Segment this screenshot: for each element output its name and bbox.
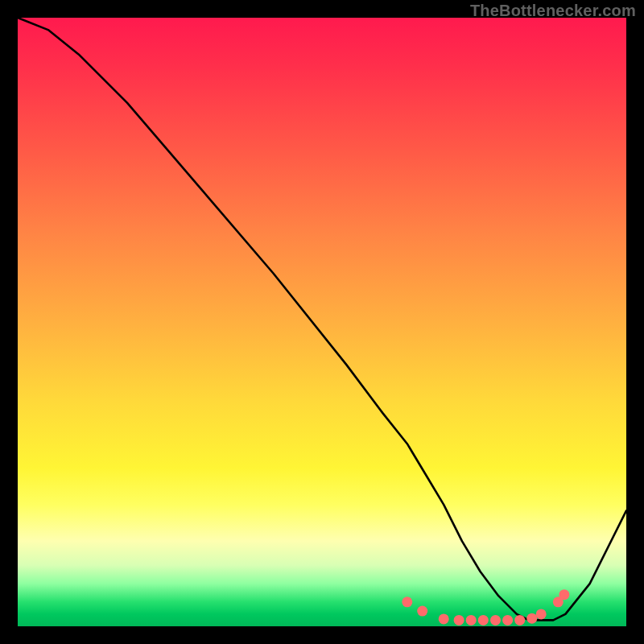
marker-dot — [417, 606, 427, 617]
marker-dot — [526, 613, 537, 624]
marker-dot — [478, 615, 489, 625]
curve-layer — [18, 18, 626, 626]
marker-dot — [490, 615, 501, 625]
plot-area — [18, 18, 626, 626]
marker-dot — [514, 615, 525, 625]
marker-dot — [402, 597, 412, 607]
marker-dot — [559, 589, 569, 600]
marker-dot — [439, 613, 449, 624]
marker-dot — [536, 609, 547, 619]
marker-dot — [502, 615, 513, 625]
marker-dot — [466, 615, 477, 625]
marker-dot — [454, 615, 464, 625]
chart-stage: TheBottlenecker.com — [0, 0, 644, 644]
bottleneck-curve — [18, 18, 626, 620]
